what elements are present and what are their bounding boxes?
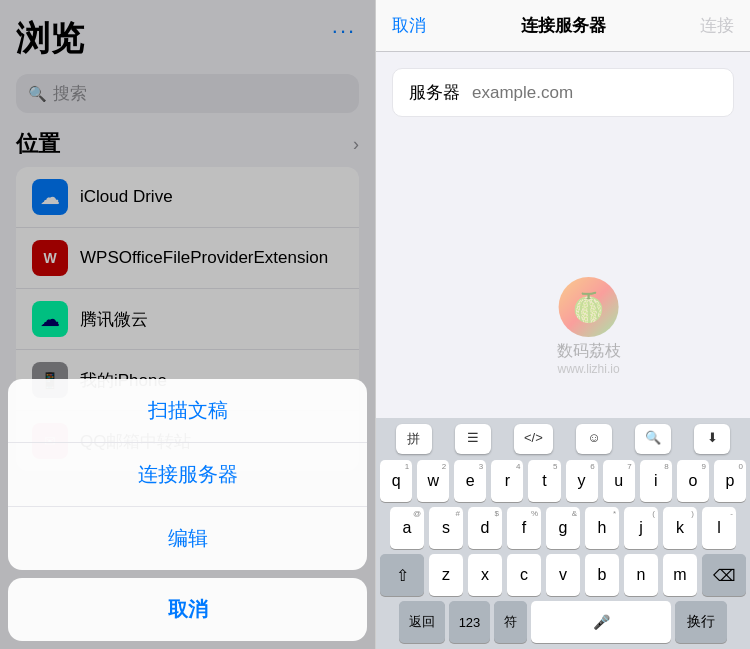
kb-row-2: @a #s $d %f &g *h (j )k -l — [380, 507, 746, 549]
kb-key-z[interactable]: z — [429, 554, 463, 596]
kb-shift-key[interactable]: ⇧ — [380, 554, 424, 596]
keyboard: 拼 ☰ </> ☺ 🔍 ⬇ 1q 2w 3e 4r 5t 6y 7u 8i 9o… — [376, 418, 750, 649]
kb-key-f[interactable]: %f — [507, 507, 541, 549]
edit-button[interactable]: 编辑 — [8, 507, 367, 570]
kb-tool-menu[interactable]: ☰ — [455, 424, 491, 454]
kb-row-1: 1q 2w 3e 4r 5t 6y 7u 8i 9o 0p — [380, 460, 746, 502]
kb-numbers-button[interactable]: 123 — [449, 601, 491, 643]
connect-server-title: 连接服务器 — [521, 14, 606, 37]
kb-key-k[interactable]: )k — [663, 507, 697, 549]
kb-key-w[interactable]: 2w — [417, 460, 449, 502]
kb-key-i[interactable]: 8i — [640, 460, 672, 502]
watermark-logo: 🍈 — [559, 277, 619, 337]
connect-button[interactable]: 连接 — [700, 14, 734, 37]
kb-key-v[interactable]: v — [546, 554, 580, 596]
kb-tool-search[interactable]: 🔍 — [635, 424, 671, 454]
kb-return-button[interactable]: 返回 — [399, 601, 445, 643]
kb-key-b[interactable]: b — [585, 554, 619, 596]
kb-key-r[interactable]: 4r — [491, 460, 523, 502]
kb-key-p[interactable]: 0p — [714, 460, 746, 502]
scan-doc-button[interactable]: 扫描文稿 — [8, 379, 367, 443]
watermark: 🍈 数码荔枝 www.lizhi.io — [557, 277, 621, 376]
kb-key-e[interactable]: 3e — [454, 460, 486, 502]
kb-key-y[interactable]: 6y — [566, 460, 598, 502]
server-input-row: 服务器 — [392, 68, 734, 117]
server-label: 服务器 — [409, 81, 460, 104]
watermark-text1: 数码荔枝 — [557, 341, 621, 362]
kb-newline-button[interactable]: 换行 — [675, 601, 727, 643]
kb-tool-code[interactable]: </> — [514, 424, 553, 454]
kb-delete-key[interactable]: ⌫ — [702, 554, 746, 596]
connect-server-button[interactable]: 连接服务器 — [8, 443, 367, 507]
kb-key-o[interactable]: 9o — [677, 460, 709, 502]
kb-key-m[interactable]: m — [663, 554, 697, 596]
kb-mic-key[interactable]: 🎤 — [531, 601, 671, 643]
kb-key-t[interactable]: 5t — [528, 460, 560, 502]
server-input[interactable] — [472, 83, 717, 103]
left-panel: 浏览 ··· 🔍 搜索 位置 › ☁ iCloud Drive W WPSOff… — [0, 0, 375, 649]
kb-key-x[interactable]: x — [468, 554, 502, 596]
kb-tool-pinyin[interactable]: 拼 — [396, 424, 432, 454]
kb-key-q[interactable]: 1q — [380, 460, 412, 502]
kb-key-n[interactable]: n — [624, 554, 658, 596]
right-spacer: 🍈 数码荔枝 www.lizhi.io — [376, 117, 750, 418]
watermark-text2: www.lizhi.io — [558, 362, 620, 376]
kb-symbols-button[interactable]: 符 — [494, 601, 527, 643]
kb-key-g[interactable]: &g — [546, 507, 580, 549]
right-panel: 取消 连接服务器 连接 服务器 🍈 数码荔枝 www.lizhi.io 拼 ☰ … — [375, 0, 750, 649]
kb-key-d[interactable]: $d — [468, 507, 502, 549]
kb-key-u[interactable]: 7u — [603, 460, 635, 502]
kb-tool-collapse[interactable]: ⬇ — [694, 424, 730, 454]
kb-key-c[interactable]: c — [507, 554, 541, 596]
kb-tool-emoji[interactable]: ☺ — [576, 424, 612, 454]
kb-key-a[interactable]: @a — [390, 507, 424, 549]
cancel-button[interactable]: 取消 — [8, 578, 367, 641]
kb-bottom-row: 返回 123 符 🎤 换行 — [380, 601, 746, 643]
kb-row-3: ⇧ z x c v b n m ⌫ — [380, 554, 746, 596]
kb-key-s[interactable]: #s — [429, 507, 463, 549]
cancel-nav-button[interactable]: 取消 — [392, 14, 426, 37]
action-sheet-overlay: 扫描文稿 连接服务器 编辑 取消 — [0, 0, 375, 649]
kb-key-h[interactable]: *h — [585, 507, 619, 549]
kb-key-j[interactable]: (j — [624, 507, 658, 549]
keyboard-toolbar: 拼 ☰ </> ☺ 🔍 ⬇ — [380, 424, 746, 454]
connect-nav: 取消 连接服务器 连接 — [376, 0, 750, 52]
action-group: 扫描文稿 连接服务器 编辑 — [8, 379, 367, 570]
kb-key-l[interactable]: -l — [702, 507, 736, 549]
